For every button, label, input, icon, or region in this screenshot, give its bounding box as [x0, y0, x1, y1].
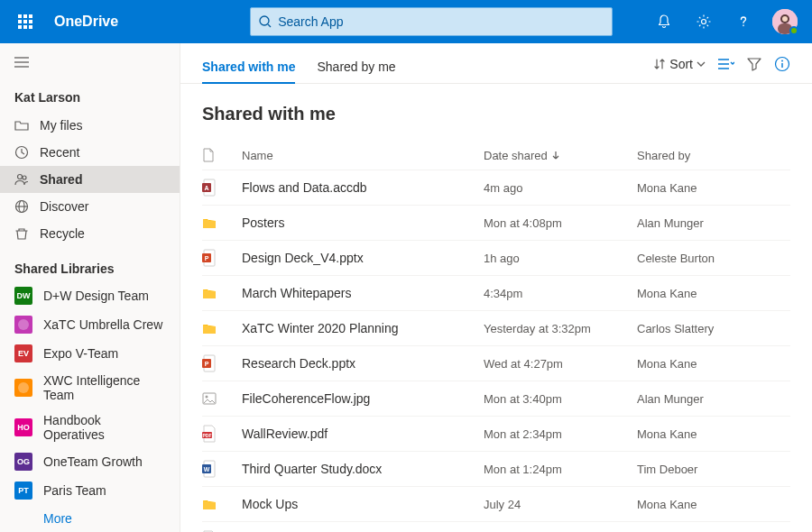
- column-date[interactable]: Date shared: [484, 149, 637, 162]
- search-icon: [258, 14, 272, 29]
- svg-text:W: W: [204, 466, 210, 472]
- shared-by: Mona Kane: [637, 287, 790, 300]
- nav-item-discover[interactable]: Discover: [0, 193, 180, 220]
- nav-item-label: Recent: [40, 145, 79, 160]
- library-item[interactable]: XWC Intelligence Team: [0, 368, 180, 408]
- table-row[interactable]: XaTC Winter 2020 Planning Yesterday at 3…: [202, 310, 790, 345]
- library-item[interactable]: OGOneTeam Growth: [0, 447, 180, 476]
- library-badge: [14, 379, 32, 397]
- file-name: Posters: [242, 216, 484, 230]
- sort-icon: [653, 58, 666, 70]
- chevron-down-icon: [697, 60, 706, 69]
- library-item[interactable]: XaTC Umbrella Crew: [0, 310, 180, 339]
- filter-button[interactable]: [747, 57, 761, 71]
- shared-by: Mona Kane: [637, 357, 790, 371]
- more-link[interactable]: More: [0, 505, 180, 532]
- nav-item-label: My files: [40, 118, 82, 133]
- file-table: Name Date shared Shared by A Flows and D…: [180, 141, 812, 532]
- nav-item-recycle[interactable]: Recycle: [0, 220, 180, 247]
- svg-point-2: [702, 20, 706, 24]
- info-icon: [774, 56, 790, 72]
- recycle-icon: [14, 226, 29, 241]
- sort-button[interactable]: Sort: [653, 57, 706, 71]
- topbar: OneDrive: [0, 0, 812, 43]
- table-row[interactable]: W Third Quarter Study.docx Mon at 1:24pm…: [202, 451, 790, 486]
- date-shared: Mon at 2:34pm: [484, 427, 637, 441]
- library-item[interactable]: DWD+W Design Team: [0, 281, 180, 310]
- help-button[interactable]: [725, 4, 761, 40]
- shared-by: Mona Kane: [637, 181, 790, 195]
- library-label: Handbook Operatives: [43, 413, 165, 442]
- library-badge: PT: [14, 482, 32, 500]
- waffle-icon: [18, 14, 32, 29]
- table-row[interactable]: Mock Ups July 24 Mona Kane: [202, 486, 790, 521]
- shared-by: Mona Kane: [637, 427, 790, 441]
- date-shared: 4m ago: [484, 181, 637, 195]
- date-shared: Mon at 1:24pm: [484, 463, 637, 476]
- column-icon[interactable]: [202, 148, 242, 162]
- column-shared-by[interactable]: Shared by: [637, 149, 790, 162]
- nav-item-my-files[interactable]: My files: [0, 112, 180, 139]
- list-icon: [718, 58, 734, 70]
- bell-icon: [656, 14, 672, 30]
- globe-icon: [14, 199, 29, 214]
- svg-point-16: [18, 319, 29, 330]
- table-row[interactable]: P Research Deck.pptx Wed at 4:27pm Mona …: [202, 345, 790, 381]
- file-type-icon: P: [202, 249, 242, 267]
- filter-icon: [747, 57, 761, 71]
- file-name: Flows and Data.accdb: [242, 180, 484, 195]
- date-shared: 4:34pm: [484, 287, 637, 300]
- library-label: OneTeam Growth: [43, 454, 143, 469]
- table-row[interactable]: UeoD Transition Animation.mov July 23 Ce…: [202, 521, 790, 532]
- nav-item-recent[interactable]: Recent: [0, 139, 180, 166]
- sort-label: Sort: [669, 57, 693, 71]
- svg-point-17: [18, 382, 29, 393]
- gear-icon: [696, 14, 712, 30]
- svg-line-1: [268, 24, 271, 27]
- table-row[interactable]: March Whitepapers 4:34pm Mona Kane: [202, 275, 790, 310]
- column-name[interactable]: Name: [242, 149, 484, 162]
- file-type-icon: PDF: [202, 425, 242, 443]
- tab-shared-by-me[interactable]: Shared by me: [317, 52, 395, 83]
- notifications-button[interactable]: [646, 4, 682, 40]
- table-row[interactable]: PDF WallReview.pdf Mon at 2:34pm Mona Ka…: [202, 416, 790, 451]
- folder-icon: [14, 118, 29, 133]
- view-options-button[interactable]: [718, 58, 734, 70]
- table-header: Name Date shared Shared by: [202, 141, 790, 170]
- library-item[interactable]: PTParis Team: [0, 476, 180, 505]
- library-badge: OG: [14, 453, 32, 471]
- library-item[interactable]: HOHandbook Operatives: [0, 408, 180, 447]
- tab-shared-with-me[interactable]: Shared with me: [202, 52, 295, 83]
- table-row[interactable]: P Design Deck_V4.pptx 1h ago Celeste Bur…: [202, 240, 790, 275]
- library-item[interactable]: EVExpo V-Team: [0, 339, 180, 368]
- shared-by: Alan Munger: [637, 216, 790, 230]
- page-title: Shared with me: [180, 84, 812, 141]
- settings-button[interactable]: [686, 4, 722, 40]
- file-type-icon: W: [202, 460, 242, 478]
- file-type-icon: [202, 214, 242, 232]
- search-input[interactable]: [278, 14, 604, 29]
- nav-item-label: Shared: [40, 172, 82, 187]
- main: Shared with meShared by me Sort: [180, 43, 812, 532]
- svg-point-12: [23, 176, 26, 179]
- file-name: WallReview.pdf: [242, 427, 484, 441]
- hamburger-button[interactable]: [0, 49, 180, 78]
- table-row[interactable]: Posters Mon at 4:08pm Alan Munger: [202, 205, 790, 240]
- library-badge: [14, 316, 32, 334]
- file-icon: [202, 148, 215, 162]
- library-badge: DW: [14, 287, 32, 305]
- info-button[interactable]: [774, 56, 790, 72]
- file-type-icon: [202, 319, 242, 337]
- file-name: Design Deck_V4.pptx: [242, 251, 484, 265]
- nav-item-shared[interactable]: Shared: [0, 166, 180, 193]
- tabs-bar: Shared with meShared by me Sort: [180, 43, 812, 84]
- table-row[interactable]: FileCoherenceFlow.jpg Mon at 3:40pm Alan…: [202, 381, 790, 416]
- app-launcher-button[interactable]: [7, 4, 43, 40]
- account-avatar[interactable]: [772, 9, 798, 34]
- date-shared: Yesterday at 3:32pm: [484, 322, 637, 335]
- file-type-icon: [202, 390, 242, 408]
- library-badge: HO: [14, 418, 32, 436]
- file-type-icon: A: [202, 179, 242, 197]
- search-box[interactable]: [250, 7, 613, 36]
- table-row[interactable]: A Flows and Data.accdb 4m ago Mona Kane: [202, 170, 790, 205]
